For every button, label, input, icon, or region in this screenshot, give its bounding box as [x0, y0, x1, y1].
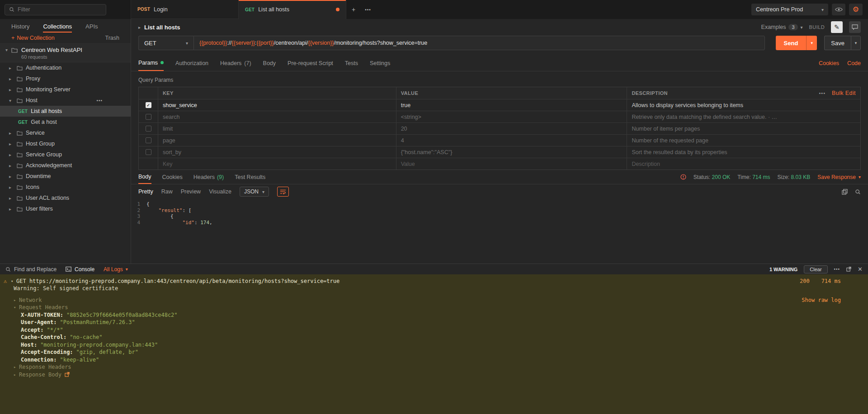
tab-settings[interactable]: Settings [370, 55, 390, 71]
close-console-icon[interactable]: ✕ [858, 266, 863, 273]
tab-list-all-hosts[interactable]: GET List all hosts [239, 0, 346, 19]
bulk-edit-link[interactable]: Bulk Edit [832, 90, 856, 96]
show-raw-log-link[interactable]: Show raw log [802, 297, 841, 303]
sidebar-item-user-acl-actions[interactable]: ▸ User ACL actions [0, 193, 131, 203]
search-response-icon[interactable] [855, 189, 861, 195]
external-link-icon[interactable] [65, 372, 70, 377]
ssl-warning-icon[interactable] [680, 174, 686, 180]
collection-header[interactable]: ▾ Centreon Web RestAPI 60 requests [0, 43, 131, 62]
save-button[interactable]: Save [824, 36, 851, 50]
clear-console-button[interactable]: Clear [804, 265, 827, 273]
response-tab-body[interactable]: Body [138, 170, 151, 184]
send-button[interactable]: Send [776, 36, 807, 50]
chevron-down-icon: ▾ [262, 189, 264, 194]
view-tab-raw[interactable]: Raw [161, 188, 173, 195]
log-filter-dropdown[interactable]: All Logs ▾ [104, 266, 128, 273]
console-log-entry[interactable]: ⚠ ▾ GET https://monitoring-preprod.compa… [0, 277, 868, 285]
new-collection-button[interactable]: + New Collection [11, 35, 55, 41]
find-and-replace-button[interactable]: Find and Replace [5, 266, 57, 273]
sidebar-item-monitoring-server[interactable]: ▸ Monitoring Server [0, 84, 131, 95]
view-tab-visualize[interactable]: Visualize [209, 188, 231, 195]
row-checkbox[interactable] [146, 114, 151, 120]
tab-tests[interactable]: Tests [345, 55, 358, 71]
new-tab-button[interactable]: + [346, 0, 361, 19]
edit-button[interactable]: ✎ [831, 21, 843, 33]
console-group-response-body[interactable]: ▸ Response Body [0, 371, 868, 378]
response-tab-headers[interactable]: Headers (9) [193, 170, 224, 184]
comments-button[interactable] [849, 21, 861, 33]
tab-title: Login [154, 6, 168, 13]
warning-count-badge: 1 WARNING [769, 267, 797, 272]
params-options-button[interactable]: ••• [819, 90, 826, 96]
sidebar-item-list-all-hosts[interactable]: GET List all hosts [0, 106, 131, 117]
code-line: 3 { [131, 213, 868, 220]
row-checkbox[interactable] [146, 137, 151, 143]
sidebar-item-acknowledgement[interactable]: ▸ Acknowledgement [0, 160, 131, 171]
save-response-button[interactable]: Save Response ▾ [817, 174, 861, 180]
search-icon [9, 7, 14, 12]
copy-icon[interactable] [842, 189, 848, 195]
response-body-editor[interactable]: 1 { 2 "result": [ 3 { 4 "id": 174, [131, 199, 868, 263]
log-expand-caret[interactable]: ▾ [11, 279, 16, 283]
sidebar-item-service[interactable]: ▸ Service [0, 127, 131, 138]
open-console-window-icon[interactable] [846, 267, 851, 272]
item-options-button[interactable]: ••• [96, 98, 103, 103]
environment-quick-look-button[interactable] [832, 4, 845, 15]
sidebar-item-host-group[interactable]: ▸ Host Group [0, 138, 131, 149]
tab-body[interactable]: Body [263, 55, 276, 71]
examples-dropdown[interactable]: Examples 3 ▾ [761, 24, 803, 30]
sidebar-item-authentication[interactable]: ▸ Authentication [0, 62, 131, 73]
column-description: DESCRIPTION ••• Bulk Edit [627, 87, 860, 99]
sidebar-item-downtime[interactable]: ▸ Downtime [0, 171, 131, 182]
console-warning-message: Warning: Self signed certificate [0, 285, 868, 292]
filter-input[interactable] [18, 6, 102, 13]
status-value: 200 OK [712, 174, 731, 180]
cookies-link[interactable]: Cookies [819, 60, 839, 66]
sidebar-tab-apis[interactable]: APIs [85, 23, 98, 33]
tab-authorization[interactable]: Authorization [175, 55, 208, 71]
request-tabs: Params Authorization Headers (7) Body Pr… [131, 55, 868, 71]
trash-link[interactable]: Trash [105, 35, 120, 41]
sidebar-tab-collections[interactable]: Collections [43, 23, 72, 33]
sidebar-item-service-group[interactable]: ▸ Service Group [0, 149, 131, 160]
table-row: ✓ show_service true Allows to display se… [139, 99, 860, 111]
sidebar-item-user-filters[interactable]: ▸ User filters [0, 203, 131, 214]
view-tab-pretty[interactable]: Pretty [138, 188, 153, 195]
environment-selector[interactable]: Centreon Pre Prod ▾ [751, 4, 828, 15]
response-tab-test-results[interactable]: Test Results [235, 170, 265, 184]
row-checkbox[interactable] [146, 126, 151, 132]
method-selector[interactable]: GET ▾ [138, 36, 193, 50]
tab-login[interactable]: POST Login [131, 0, 239, 19]
console-toggle-button[interactable]: Console [66, 266, 94, 273]
sidebar-item-proxy[interactable]: ▸ Proxy [0, 73, 131, 84]
chevron-down-icon: ▾ [14, 305, 19, 310]
tab-pre-request-script[interactable]: Pre-request Script [288, 55, 333, 71]
console-group-network[interactable]: ▸ Network Show raw log [0, 296, 868, 304]
code-line: 4 "id": 174, [131, 220, 868, 226]
response-tab-cookies[interactable]: Cookies [162, 170, 183, 184]
chevron-right-icon: ▸ [9, 131, 14, 136]
send-options-button[interactable]: ▾ [806, 36, 817, 50]
save-options-button[interactable]: ▾ [851, 36, 861, 50]
console-group-response-headers[interactable]: ▸ Response Headers [0, 363, 868, 371]
format-selector[interactable]: JSON ▾ [240, 187, 269, 197]
row-checkbox[interactable] [146, 149, 151, 155]
tab-headers[interactable]: Headers (7) [220, 55, 251, 71]
wrap-lines-button[interactable] [277, 187, 289, 197]
sidebar-tab-history[interactable]: History [11, 23, 29, 33]
sidebar-item-get-a-host[interactable]: GET Get a host [0, 117, 131, 127]
console-group-request-headers[interactable]: ▾ Request Headers [0, 304, 868, 311]
console-header-line: Accept: "*/*" [0, 326, 868, 334]
sidebar-item-icons[interactable]: ▸ Icons [0, 182, 131, 193]
row-checkbox[interactable]: ✓ [146, 102, 151, 108]
settings-button[interactable]: ⚙ [849, 4, 863, 15]
tab-options-button[interactable]: ••• [361, 0, 375, 19]
view-tab-preview[interactable]: Preview [181, 188, 201, 195]
sidebar-item-host[interactable]: ▾ Host ••• [0, 95, 131, 106]
console-options-button[interactable]: ••• [834, 267, 840, 272]
tab-params[interactable]: Params [138, 55, 164, 71]
code-link[interactable]: Code [847, 60, 861, 66]
url-input[interactable]: {{protocol}}://{{server}}:{{port}}/centr… [193, 36, 765, 50]
chevron-right-icon[interactable]: ▸ [138, 25, 141, 30]
filter-box[interactable] [5, 4, 106, 15]
